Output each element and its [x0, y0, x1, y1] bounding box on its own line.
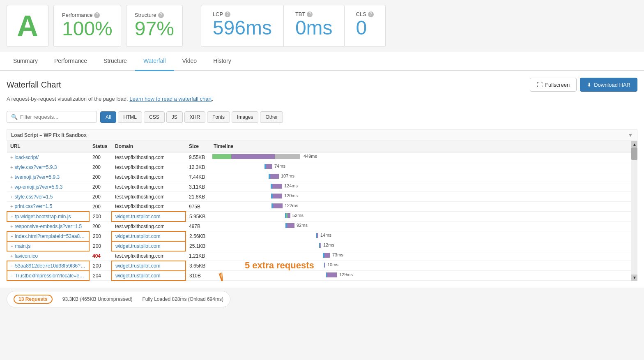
- expand-row-icon[interactable]: +: [11, 234, 13, 239]
- size-column-header: Size: [186, 141, 210, 152]
- performance-value: 100%: [62, 18, 113, 40]
- url-cell[interactable]: +TrustboxImpression?locale=en...: [7, 271, 89, 281]
- url-cell[interactable]: +twemoji.js?ver=5.9.3: [7, 172, 89, 182]
- fullscreen-button[interactable]: ⛶ Fullscreen: [530, 78, 577, 92]
- tab-video[interactable]: Video: [174, 52, 205, 71]
- domain-cell: widget.trustpilot.com: [112, 261, 186, 271]
- svg-rect-1: [231, 154, 275, 159]
- timeline-cell: 74ms: [210, 162, 637, 172]
- url-cell[interactable]: +wp-emoji.js?ver=5.9.3: [7, 182, 89, 192]
- domain-cell: widget.trustpilot.com: [112, 271, 186, 281]
- timeline-svg: 129ms: [210, 271, 531, 279]
- url-cell[interactable]: +responsive-embeds.js?ver=1.5: [7, 222, 89, 231]
- svg-rect-0: [212, 154, 231, 159]
- table-row[interactable]: +style.css?ver=1.5 200 test.wpfixithosti…: [7, 192, 637, 202]
- table-row[interactable]: +53aa8912dec7e10d38f59f36?bu... 200 widg…: [7, 261, 637, 271]
- table-row[interactable]: +responsive-embeds.js?ver=1.5 200 test.w…: [7, 222, 637, 231]
- domain-cell: test.wpfixithosting.com: [112, 172, 186, 182]
- svg-rect-36: [324, 263, 325, 268]
- filter-other-button[interactable]: Other: [260, 111, 283, 123]
- svg-rect-10: [271, 184, 272, 189]
- expand-row-icon[interactable]: +: [10, 224, 13, 229]
- structure-help-icon[interactable]: ?: [158, 12, 164, 18]
- expand-row-icon[interactable]: +: [10, 254, 13, 258]
- url-cell[interactable]: +style.css?ver=1.5: [7, 192, 89, 202]
- table-row[interactable]: +print.css?ver=1.5 200 test.wpfixithosti…: [7, 202, 637, 212]
- performance-help-icon[interactable]: ?: [94, 12, 100, 18]
- svg-rect-14: [273, 194, 282, 198]
- table-row[interactable]: +index.html?templateId=53aa89... 200 wid…: [7, 231, 637, 241]
- url-cell[interactable]: +53aa8912dec7e10d38f59f36?bu...: [7, 261, 89, 271]
- tab-structure[interactable]: Structure: [95, 52, 135, 71]
- filter-fonts-button[interactable]: Fonts: [207, 111, 230, 123]
- tab-summary[interactable]: Summary: [5, 52, 46, 71]
- domain-cell: test.wpfixithosting.com: [112, 162, 186, 172]
- expand-row-icon[interactable]: +: [11, 273, 13, 278]
- scroll-track[interactable]: [631, 148, 637, 275]
- table-row[interactable]: +wp-emoji.js?ver=5.9.3 200 test.wpfixith…: [7, 182, 637, 192]
- size-cell: 497B: [186, 222, 210, 231]
- expand-row-icon[interactable]: +: [10, 175, 13, 180]
- expand-row-icon[interactable]: +: [10, 155, 13, 160]
- filter-all-button[interactable]: All: [100, 111, 116, 123]
- lcp-help-icon[interactable]: ?: [225, 12, 230, 17]
- footer-wrapper: 13 Requests 93.3KB (465KB Uncompressed) …: [0, 288, 644, 311]
- waterfall-table: URL Status Domain Size Timeline +load-sc…: [7, 141, 637, 281]
- scrollbar[interactable]: ▲ ▼: [631, 141, 637, 281]
- filter-images-button[interactable]: Images: [232, 111, 258, 123]
- expand-row-icon[interactable]: +: [11, 263, 13, 268]
- tbt-card: TBT? 0ms: [284, 5, 345, 47]
- scroll-up-button[interactable]: ▲: [631, 141, 637, 148]
- expand-icon[interactable]: ▼: [628, 132, 633, 138]
- timeline-cell: 10ms: [210, 261, 637, 271]
- expand-row-icon[interactable]: +: [10, 194, 13, 199]
- status-cell: 200: [89, 182, 112, 192]
- grade-card: A: [7, 5, 48, 47]
- url-cell[interactable]: +style.css?ver=5.9.3: [7, 162, 89, 172]
- url-cell[interactable]: +index.html?templateId=53aa89...: [7, 231, 89, 241]
- url-cell[interactable]: +main.js: [7, 241, 89, 251]
- size-cell: 3.65KB: [186, 261, 210, 271]
- lcp-card: LCP? 596ms: [201, 5, 284, 47]
- filter-css-button[interactable]: CSS: [144, 111, 165, 123]
- filter-html-button[interactable]: HTML: [118, 111, 142, 123]
- svg-text:52ms: 52ms: [292, 213, 304, 218]
- table-row[interactable]: +favicon.ico 404 test.wpfixithosting.com…: [7, 251, 637, 261]
- tab-waterfall[interactable]: Waterfall: [135, 52, 174, 71]
- expand-row-icon[interactable]: +: [11, 244, 13, 249]
- timeline-svg: 73ms: [210, 251, 531, 259]
- cls-help-icon[interactable]: ?: [368, 12, 374, 17]
- svg-rect-39: [327, 272, 337, 277]
- url-cell[interactable]: +favicon.ico: [7, 251, 89, 261]
- tab-performance[interactable]: Performance: [46, 52, 95, 71]
- scroll-down-button[interactable]: ▼: [631, 275, 637, 281]
- table-row[interactable]: +TrustboxImpression?locale=en... 204 wid…: [7, 271, 637, 281]
- url-cell[interactable]: +tp.widget.bootstrap.min.js: [7, 212, 89, 222]
- filter-xhr-button[interactable]: XHR: [184, 111, 205, 123]
- table-row[interactable]: +load-script/ 200 test.wpfixithosting.co…: [7, 152, 637, 162]
- expand-row-icon[interactable]: +: [11, 214, 13, 219]
- url-cell[interactable]: +print.css?ver=1.5: [7, 202, 89, 212]
- expand-row-icon[interactable]: +: [10, 204, 13, 209]
- svg-rect-20: [286, 213, 288, 218]
- table-row[interactable]: +twemoji.js?ver=5.9.3 200 test.wpfixitho…: [7, 172, 637, 182]
- expand-row-icon[interactable]: +: [10, 165, 13, 170]
- domain-cell: test.wpfixithosting.com: [112, 222, 186, 231]
- size-cell: 975B: [186, 202, 210, 212]
- table-row[interactable]: +tp.widget.bootstrap.min.js 200 widget.t…: [7, 212, 637, 222]
- table-row[interactable]: +style.css?ver=5.9.3 200 test.wpfixithos…: [7, 162, 637, 172]
- size-cell: 2.56KB: [186, 231, 210, 241]
- filter-js-button[interactable]: JS: [166, 111, 183, 123]
- filter-requests-input[interactable]: [20, 114, 92, 120]
- status-cell: 200: [89, 241, 112, 251]
- learn-link[interactable]: Learn how to read a waterfall chart: [129, 96, 212, 102]
- tbt-help-icon[interactable]: ?: [307, 12, 313, 17]
- timeline-cell: 124ms: [210, 182, 637, 192]
- scroll-thumb[interactable]: [631, 148, 637, 160]
- expand-row-icon[interactable]: +: [10, 185, 13, 189]
- url-cell[interactable]: +load-script/: [7, 152, 89, 162]
- svg-text:74ms: 74ms: [274, 164, 285, 168]
- table-row[interactable]: +main.js 200 widget.trustpilot.com 25.1K…: [7, 241, 637, 251]
- download-har-button[interactable]: ⬇ Download HAR: [580, 78, 637, 92]
- tab-history[interactable]: History: [205, 52, 239, 71]
